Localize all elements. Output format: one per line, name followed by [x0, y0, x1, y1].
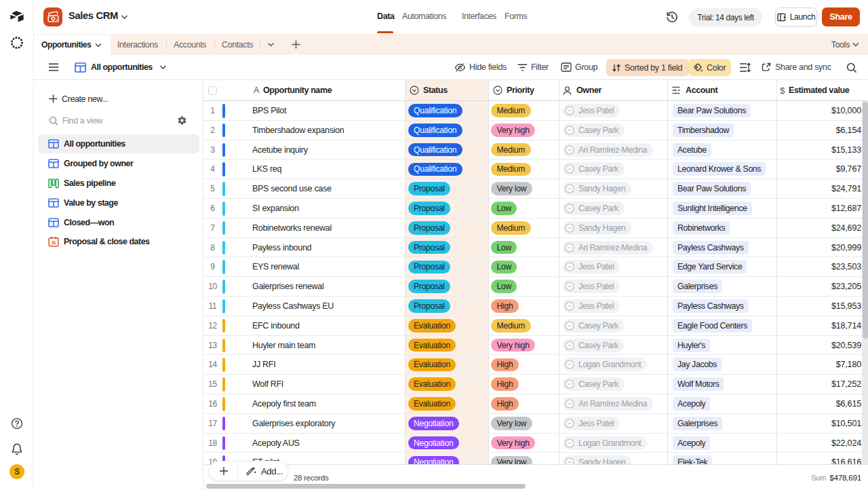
- svg-text:31: 31: [52, 240, 56, 245]
